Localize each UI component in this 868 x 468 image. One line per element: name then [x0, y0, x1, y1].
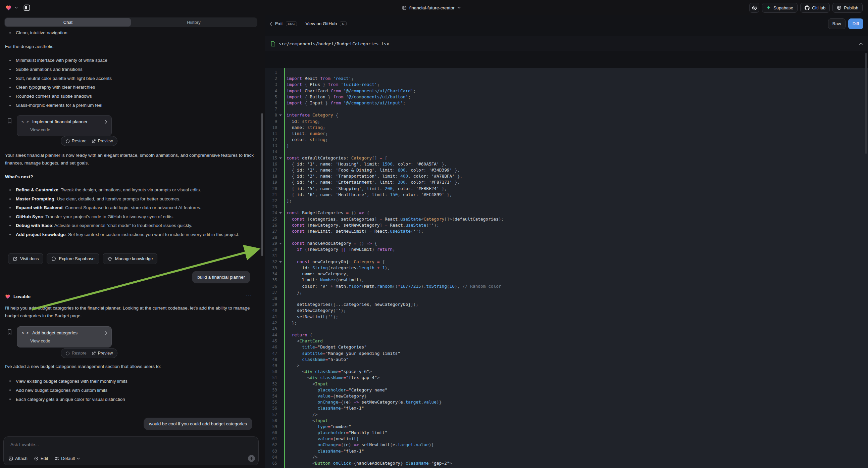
fold-toggle-icon[interactable] — [277, 259, 284, 265]
lovable-logo-icon[interactable] — [5, 5, 12, 11]
preview-button[interactable]: Preview — [92, 351, 113, 355]
mode-selector[interactable]: Default — [54, 456, 80, 461]
explore-supabase-button[interactable]: Explore Supabase — [46, 253, 99, 264]
line-number[interactable]: 18 — [265, 173, 277, 179]
attach-button[interactable]: Attach — [8, 456, 28, 461]
line-number[interactable]: 19 — [265, 179, 277, 185]
fold-toggle-icon[interactable] — [277, 112, 284, 118]
chat-input[interactable] — [6, 439, 256, 452]
line-number[interactable]: 9 — [265, 118, 277, 124]
project-switcher[interactable]: financial-future-creator — [402, 0, 461, 16]
github-button[interactable]: GitHub — [800, 3, 830, 13]
line-number[interactable]: 12 — [265, 137, 277, 143]
raw-toggle-button[interactable]: Raw — [828, 19, 845, 29]
file-header[interactable]: src/components/budget/BudgetCategories.t… — [265, 36, 868, 51]
exit-button[interactable]: Exit esc — [270, 21, 297, 27]
line-number[interactable]: 48 — [265, 356, 277, 362]
line-number[interactable]: 66 — [265, 466, 277, 468]
line-number[interactable]: 21 — [265, 192, 277, 198]
line-number[interactable]: 51 — [265, 375, 277, 381]
line-number[interactable]: 33 — [265, 265, 277, 271]
line-number[interactable]: 13 — [265, 143, 277, 149]
bookmark-icon[interactable] — [7, 118, 12, 124]
line-number[interactable]: 44 — [265, 332, 277, 338]
line-number[interactable]: 34 — [265, 271, 277, 277]
message-menu-icon[interactable]: ··· — [246, 292, 252, 298]
version-card-add-budget-categories[interactable]: < > Add budget categories View code — [17, 326, 112, 348]
line-number[interactable]: 25 — [265, 216, 277, 222]
version-card-implement-financial-planner[interactable]: < > Implement financial planner View cod… — [17, 115, 112, 136]
line-number[interactable]: 41 — [265, 314, 277, 320]
line-number[interactable]: 6 — [265, 100, 277, 106]
restore-button[interactable]: Restore — [65, 139, 87, 143]
fold-toggle-icon[interactable] — [277, 240, 284, 246]
line-number[interactable]: 64 — [265, 454, 277, 460]
line-number[interactable]: 1 — [265, 69, 277, 76]
line-number[interactable]: 29 — [265, 240, 277, 246]
line-number[interactable]: 46 — [265, 344, 277, 350]
line-number[interactable]: 27 — [265, 228, 277, 234]
line-number[interactable]: 16 — [265, 161, 277, 167]
logo-chevron-down-icon[interactable] — [15, 7, 18, 9]
publish-button[interactable]: Publish — [832, 3, 863, 13]
preview-button[interactable]: Preview — [92, 139, 113, 143]
line-number[interactable]: 63 — [265, 448, 277, 454]
bookmark-icon[interactable] — [7, 329, 12, 335]
line-number[interactable]: 54 — [265, 393, 277, 399]
fold-toggle-icon[interactable] — [277, 155, 284, 161]
line-number[interactable]: 8 — [265, 112, 277, 118]
line-number[interactable]: 35 — [265, 277, 277, 283]
view-on-github-button[interactable]: View on GitHub G — [306, 21, 347, 27]
supabase-button[interactable]: Supabase — [762, 3, 798, 13]
line-number[interactable]: 52 — [265, 381, 277, 387]
line-number[interactable]: 37 — [265, 289, 277, 295]
restore-button[interactable]: Restore — [65, 351, 87, 355]
line-number[interactable]: 26 — [265, 222, 277, 228]
line-number[interactable]: 55 — [265, 399, 277, 405]
line-number[interactable]: 30 — [265, 246, 277, 253]
settings-button[interactable] — [749, 3, 759, 13]
line-number[interactable]: 4 — [265, 88, 277, 94]
line-number[interactable]: 17 — [265, 167, 277, 173]
line-number[interactable]: 32 — [265, 259, 277, 265]
line-number[interactable]: 2 — [265, 76, 277, 82]
view-code-link[interactable]: View code — [30, 339, 107, 344]
line-number[interactable]: 11 — [265, 130, 277, 137]
line-number[interactable]: 62 — [265, 442, 277, 448]
line-number[interactable]: 36 — [265, 283, 277, 289]
line-number[interactable]: 14 — [265, 149, 277, 155]
line-number[interactable]: 24 — [265, 210, 277, 216]
manage-knowledge-button[interactable]: Manage knowledge — [103, 253, 158, 264]
toggle-sidebar-icon[interactable] — [23, 4, 31, 12]
line-number[interactable]: 56 — [265, 405, 277, 411]
line-number[interactable]: 28 — [265, 234, 277, 240]
send-button[interactable] — [248, 455, 255, 462]
view-code-link[interactable]: View code — [30, 127, 107, 132]
line-number[interactable]: 15 — [265, 155, 277, 161]
line-number[interactable]: 45 — [265, 338, 277, 344]
line-number[interactable]: 7 — [265, 106, 277, 112]
tab-history[interactable]: History — [131, 18, 257, 27]
line-number[interactable]: 3 — [265, 82, 277, 88]
line-number[interactable]: 20 — [265, 186, 277, 192]
line-number[interactable]: 38 — [265, 295, 277, 301]
line-number[interactable]: 53 — [265, 387, 277, 393]
line-number[interactable]: 23 — [265, 204, 277, 210]
diff-toggle-button[interactable]: Diff — [848, 19, 863, 29]
line-number[interactable]: 65 — [265, 460, 277, 466]
line-number[interactable]: 61 — [265, 436, 277, 442]
line-number[interactable]: 59 — [265, 424, 277, 430]
tab-chat[interactable]: Chat — [5, 18, 131, 27]
line-number[interactable]: 47 — [265, 351, 277, 356]
line-number[interactable]: 31 — [265, 253, 277, 259]
code-scrollbar[interactable] — [865, 53, 867, 154]
collapse-chevron-up-icon[interactable] — [859, 42, 863, 45]
line-number[interactable]: 5 — [265, 94, 277, 100]
edit-button[interactable]: Edit — [34, 456, 48, 461]
line-number[interactable]: 10 — [265, 124, 277, 130]
fold-toggle-icon[interactable] — [277, 210, 284, 216]
visit-docs-button[interactable]: Visit docs — [8, 253, 43, 264]
line-number[interactable]: 22 — [265, 198, 277, 204]
chat-scrollbar[interactable] — [261, 113, 263, 256]
line-number[interactable]: 43 — [265, 326, 277, 332]
